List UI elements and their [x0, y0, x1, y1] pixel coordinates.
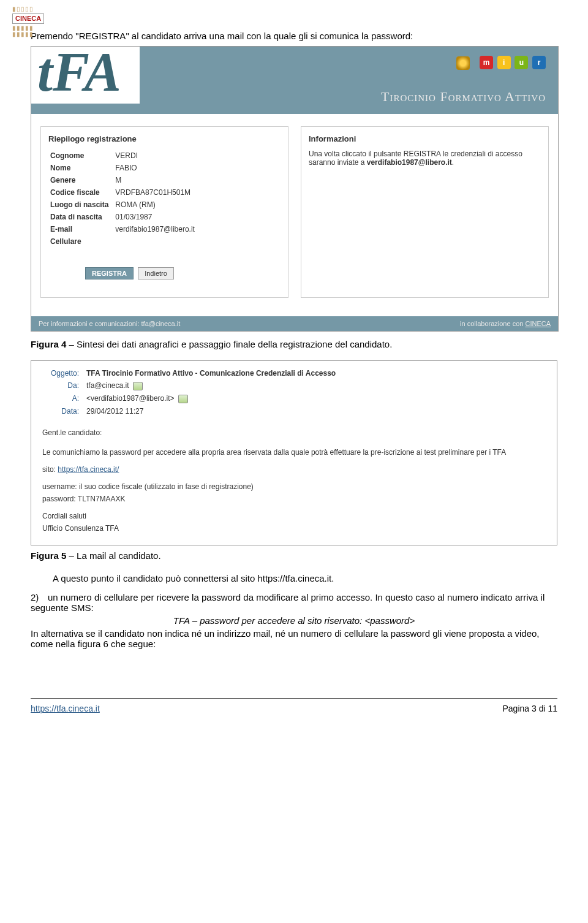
mail-site-link[interactable]: https://tfa.cineca.it/: [58, 465, 119, 474]
register-button[interactable]: REGISTRA: [85, 267, 134, 279]
mail-label-to: A:: [42, 392, 86, 405]
row-cf: Codice fiscaleVRDFBA87C01H501M: [50, 188, 195, 199]
row-cell: Cellulare: [50, 237, 195, 248]
mail-body-site: sito: https://tfa.cineca.it/: [42, 465, 546, 474]
mail-body-intro: Le comunichiamo la password per accedere…: [42, 448, 546, 457]
panel-info: Informazioni Una volta cliccato il pulsa…: [301, 126, 549, 298]
mail-sign2: Ufficio Consulenza TFA: [42, 524, 546, 533]
miur-m-icon: m: [480, 56, 493, 69]
footer-url[interactable]: https://tfa.cineca.it: [31, 704, 100, 713]
footer-contact: Per informazioni e comunicazioni: tfa@ci…: [39, 320, 180, 327]
site-footer: Per informazioni e comunicazioni: tfa@ci…: [31, 316, 558, 331]
brand-name: CINECA: [12, 13, 44, 24]
sms-example: TFA – password per accedere al sito rise…: [31, 615, 557, 626]
intro-paragraph: Premendo "REGISTRA" al candidato arriva …: [31, 31, 557, 41]
row-luogo: Luogo di nascitaROMA (RM): [50, 200, 195, 211]
caption-figure-5: Figura 5 – La mail al candidato.: [31, 550, 557, 561]
row-genere: GenereM: [50, 175, 195, 186]
emblem-icon: [456, 56, 470, 70]
add-contact-icon[interactable]: [133, 382, 143, 390]
mail-headers: Oggetto: TFA Tirocinio Formativo Attivo …: [42, 367, 336, 417]
miur-u-icon: u: [514, 56, 528, 69]
row-cognome: CognomeVERDI: [50, 151, 195, 162]
header-brand-icons: m i u r: [454, 56, 546, 70]
panel-registration-summary: Riepilogo registrazione CognomeVERDI Nom…: [40, 126, 288, 298]
page-number: Pagina 3 di 11: [502, 704, 557, 713]
site-header-title: Tirocinio Formativo Attivo: [381, 89, 546, 105]
caption-figure-4: Figura 4 – Sintesi dei dati anagrafici e…: [31, 339, 557, 349]
page-corner-logo: ▮▯▯▯▯ CINECA ▮▮▮▮▮ ▮▮▮▮▮: [12, 6, 44, 37]
registration-table: CognomeVERDI NomeFABIO GenereM Codice fi…: [48, 150, 197, 249]
page-footer: https://tfa.cineca.it Pagina 3 di 11: [31, 698, 557, 713]
mail-date: 29/04/2012 11:27: [86, 405, 336, 417]
back-button[interactable]: Indietro: [138, 267, 174, 279]
registration-screenshot: tFA m i u r Tirocinio Formativo Attivo R…: [31, 46, 559, 332]
list-line-alt: In alternativa se il candidato non indic…: [31, 628, 557, 649]
row-data: Data di nascita01/03/1987: [50, 212, 195, 223]
list-number-2: 2): [31, 592, 48, 602]
footer-collab: in collaborazione con CINECA: [460, 320, 551, 327]
add-contact-icon[interactable]: [178, 395, 188, 403]
info-text: Una volta cliccato il pulsante REGISTRA …: [309, 150, 541, 167]
mail-username-line: username: il suo codice fiscale (utilizz…: [42, 482, 546, 491]
mail-to: <verdifabio1987@libero.it>: [86, 392, 336, 405]
tfa-logo: tFA: [31, 47, 140, 104]
mail-label-from: Da:: [42, 379, 86, 392]
list-item-2: 2)un numero di cellulare per ricevere la…: [31, 592, 557, 649]
paragraph-connect: A questo punto il candidato può connette…: [53, 573, 557, 583]
site-header: tFA m i u r Tirocinio Formativo Attivo: [31, 47, 558, 114]
row-email: E-mailverdifabio1987@libero.it: [50, 224, 195, 235]
mail-label-subject: Oggetto:: [42, 367, 86, 379]
mail-from: tfa@cineca.it: [86, 379, 336, 392]
panel-title-info: Informazioni: [309, 134, 541, 143]
mail-sign1: Cordiali saluti: [42, 512, 546, 520]
miur-r-icon: r: [532, 56, 546, 69]
email-screenshot: Oggetto: TFA Tirocinio Formativo Attivo …: [31, 360, 557, 545]
mail-greeting: Gent.le candidato:: [42, 428, 546, 437]
miur-i-icon: i: [497, 56, 511, 69]
mail-subject: TFA Tirocinio Formativo Attivo - Comunic…: [86, 367, 336, 379]
row-nome: NomeFABIO: [50, 163, 195, 174]
panel-title-summary: Riepilogo registrazione: [48, 134, 281, 143]
mail-password-line: password: TLTN7MAAXK: [42, 495, 546, 503]
mail-label-date: Data:: [42, 405, 86, 417]
